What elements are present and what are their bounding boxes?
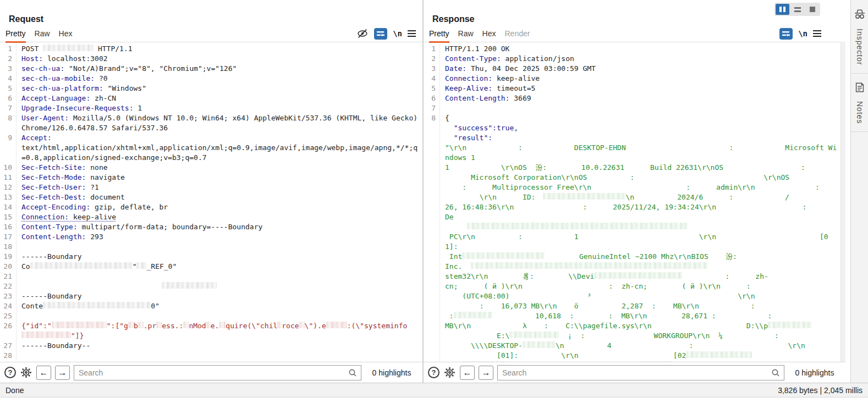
menu-icon[interactable] [408, 29, 416, 38]
code-line: PC\r\n : 1 \r\n [01]: [424, 232, 840, 252]
response-scrollbar[interactable] [840, 43, 845, 362]
code-line: 7 [424, 103, 840, 113]
redacted-text [21, 332, 71, 338]
request-panel-title: Request [9, 14, 43, 24]
line-number: 19 [0, 252, 17, 262]
redacted-text [30, 262, 133, 269]
request-search-bar: ? ← → [0, 362, 422, 383]
code-line: 26, 16:48:36\r\n : 2025/11/24, 19:34:24\… [424, 202, 840, 222]
response-editor[interactable]: 1HTTP/1.1 200 OK2Content-Type: applicati… [424, 43, 840, 362]
redacted-text [52, 322, 107, 328]
code-line: 1POST HTTP/1.1 [0, 44, 422, 54]
code-line: 1HTTP/1.1 200 OK [424, 44, 840, 54]
redacted-text [299, 322, 305, 328]
newline-icon[interactable]: \n [393, 29, 402, 38]
redacted-text [326, 322, 347, 328]
code-line: 8User-Agent: Mozilla/5.0 (Windows NT 10.… [0, 113, 422, 133]
redacted-text [462, 252, 545, 259]
hidden-chars-icon[interactable] [356, 27, 369, 40]
search-prev-button[interactable]: ← [36, 366, 51, 380]
layout-columns-button[interactable] [776, 4, 789, 15]
line-number: 17 [0, 232, 17, 242]
code-line: 18 [0, 242, 422, 252]
line-number: 16 [0, 222, 17, 232]
tab-raw[interactable]: Raw [35, 29, 50, 41]
tab-raw[interactable]: Raw [458, 29, 474, 41]
redacted-text [43, 302, 151, 308]
code-line: 17Content-Length: 293 [0, 232, 422, 242]
code-line: (UTC+08:00) ³ \r\n [424, 291, 840, 301]
code-line: 2Host: localhost:3002 [0, 54, 422, 64]
search-settings-gear-icon[interactable] [20, 366, 32, 379]
line-number: 7 [424, 103, 440, 113]
request-panel: Request PrettyRawHex \n 1POS [0, 0, 422, 383]
redacted-text [594, 272, 682, 279]
line-number [424, 232, 440, 252]
line-number [424, 262, 440, 272]
tab-render[interactable]: Render [505, 29, 530, 41]
line-number: 14 [0, 202, 17, 212]
code-line: 20Co"_REF_0" [0, 262, 422, 272]
sidebar-tab-inspector[interactable]: Inspector [851, 0, 868, 65]
help-icon[interactable]: ? [4, 367, 16, 378]
code-line: 14Accept-Encoding: gzip, deflate, br [0, 202, 422, 212]
request-search-input[interactable] [74, 365, 361, 380]
code-line: 13Sec-Fetch-Dest: document [0, 192, 422, 202]
code-line [424, 222, 840, 232]
line-number: 15 [0, 212, 17, 222]
spy-icon [853, 8, 866, 23]
layout-rows-button[interactable] [790, 4, 804, 15]
tab-pretty[interactable]: Pretty [429, 29, 449, 43]
line-number [424, 301, 440, 311]
line-number: 11 [0, 173, 17, 183]
code-line: 25 [0, 311, 422, 321]
code-line: 26{"id":"":["gb.press.:nMode.quire(\"chi… [0, 321, 422, 341]
line-number: 21 [0, 272, 17, 281]
line-number: 3 [0, 64, 17, 74]
line-number: 28 [0, 351, 17, 361]
tab-pretty[interactable]: Pretty [6, 29, 26, 43]
line-number [424, 123, 440, 133]
http-message-viewer: Request PrettyRawHex \n 1POS [0, 0, 868, 403]
line-number: 27 [0, 341, 17, 351]
code-line: 23------Boundary [0, 291, 422, 301]
search-next-button[interactable]: → [55, 366, 70, 380]
code-line: 9Accept:text/html,application/xhtml+xml,… [0, 133, 422, 163]
line-number: 5 [0, 84, 17, 93]
code-line: 3sec-ch-ua: "Not/A)Brand";v="8", "Chromi… [0, 64, 422, 74]
menu-icon[interactable] [813, 29, 821, 38]
prettify-icon[interactable] [779, 28, 793, 40]
sidebar-tab-notes[interactable]: Notes [851, 74, 868, 124]
line-number: 7 [0, 103, 17, 113]
tab-hex[interactable]: Hex [482, 29, 496, 41]
line-number [424, 183, 440, 192]
right-sidebar: Inspector Notes [850, 0, 868, 383]
redacted-text [183, 322, 189, 328]
response-search-input[interactable] [497, 365, 784, 380]
search-prev-button[interactable]: ← [460, 366, 475, 380]
code-line: : Multiprocessor Free\r\n : admin\r\n : [424, 183, 840, 192]
redacted-text [509, 332, 559, 338]
line-number [424, 341, 440, 351]
code-line: 4sec-ch-ua-mobile: ?0 [0, 74, 422, 84]
redacted-text [686, 351, 752, 358]
newline-icon[interactable]: \n [798, 29, 807, 38]
timing-stats: 3,826 bytes | 2,045 millis [778, 386, 862, 395]
line-number: 1 [424, 44, 440, 54]
line-number: 8 [0, 113, 17, 133]
line-number: 9 [0, 133, 17, 163]
code-line: 27------Boundary-- [0, 341, 422, 351]
search-next-button[interactable]: → [479, 366, 493, 380]
status-bar: Done 3,826 bytes | 2,045 millis [0, 383, 868, 398]
line-number [424, 173, 440, 183]
help-icon[interactable]: ? [428, 367, 440, 378]
redacted-text [206, 322, 211, 328]
layout-single-button[interactable] [805, 4, 819, 15]
search-settings-gear-icon[interactable] [443, 366, 456, 379]
tab-hex[interactable]: Hex [59, 29, 73, 41]
redacted-text [543, 193, 625, 200]
redacted-text [768, 322, 812, 328]
prettify-icon[interactable] [374, 28, 387, 40]
code-line: \r\n ID:\n 2024/6 : / [424, 192, 840, 202]
request-editor[interactable]: 1POST HTTP/1.12Host: localhost:30023sec-… [0, 43, 422, 362]
